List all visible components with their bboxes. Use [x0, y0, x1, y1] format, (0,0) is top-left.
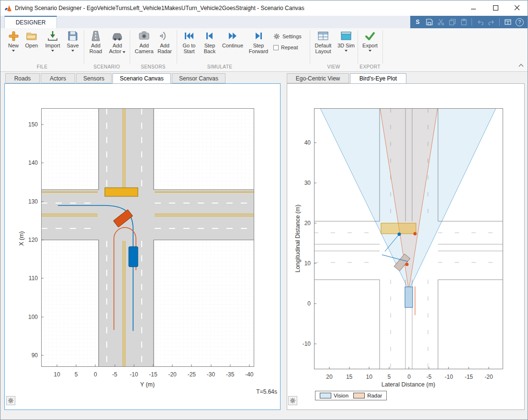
x-tick: -5 [420, 374, 438, 380]
scenario-plot[interactable] [41, 108, 254, 367]
add-actor-button[interactable]: Add Actor [107, 30, 128, 54]
cut-button[interactable] [437, 18, 444, 26]
maximize-button[interactable] [485, 0, 506, 15]
search-button[interactable]: S [414, 18, 421, 26]
tab-birds-eye-plot-label: Bird's-Eye Plot [359, 75, 397, 82]
add-radar-label: Add Radar [156, 43, 173, 54]
save-button[interactable]: Save [64, 30, 82, 52]
step-back-label: Step Back [202, 43, 218, 54]
vehicle2-straight[interactable] [105, 188, 138, 196]
save-icon [426, 19, 433, 25]
add-road-icon [90, 30, 101, 42]
toolbar-separator [84, 30, 84, 64]
add-road-label: Add Road [88, 43, 103, 54]
tab-roads[interactable]: Roads [5, 73, 40, 83]
tab-birds-eye-plot[interactable]: Bird's-Eye Plot [350, 73, 406, 84]
tab-roads-label: Roads [14, 75, 31, 82]
help-icon [516, 18, 524, 26]
import-button[interactable]: Import [43, 30, 63, 52]
import-dropdown-caret [51, 50, 54, 52]
add-actor-label: Add Actor [109, 43, 122, 54]
y-tick: 150 [28, 121, 38, 128]
vision-legend-label: Vision [334, 393, 348, 398]
undo-icon [477, 19, 483, 25]
paste-icon [461, 19, 467, 25]
default-layout-button[interactable]: Default Layout [312, 30, 335, 54]
copy-button[interactable] [449, 18, 456, 26]
redo-button[interactable] [488, 18, 495, 26]
x-tick: -10 [125, 371, 143, 378]
toolbar-separator [310, 30, 310, 64]
y-tick: 100 [28, 314, 38, 320]
tab-actors[interactable]: Actors [41, 73, 75, 83]
add-actor-dropdown-caret [123, 51, 125, 53]
new-button[interactable]: New [4, 30, 22, 52]
birds-eye-settings-button[interactable] [288, 396, 297, 405]
app-icon[interactable] [4, 4, 12, 12]
default-layout-icon [317, 30, 329, 42]
tab-sensors[interactable]: Sensors [76, 73, 112, 83]
continue-button[interactable]: Continue [220, 30, 246, 48]
x-tick: 5 [67, 371, 85, 378]
birds-eye-plot[interactable] [314, 108, 503, 369]
y-tick: 130 [28, 198, 38, 205]
section-label-file: FILE [0, 64, 84, 69]
y-tick: 140 [28, 159, 38, 166]
add-radar-button[interactable]: Add Radar [155, 30, 175, 54]
bep-xlabel: Lateral Distance (m) [382, 381, 436, 388]
scenario-xlabel: Y (m) [140, 381, 155, 388]
new-dropdown-caret [12, 50, 15, 52]
sim3d-dropdown-caret [345, 50, 348, 52]
step-back-button[interactable]: Step Back [201, 30, 219, 54]
x-tick: -25 [183, 371, 200, 378]
settings-button[interactable]: Settings [273, 33, 302, 40]
sim3d-button[interactable]: 3D Sim [336, 30, 357, 52]
close-button[interactable] [506, 0, 528, 15]
export-button[interactable]: Export [359, 30, 381, 52]
radar-detection-marker [414, 232, 417, 236]
toolbar-separator [130, 30, 130, 64]
x-tick: -10 [440, 374, 458, 380]
scenario-ylabel: X (m) [18, 231, 25, 246]
bep-x-axis: 20 15 10 5 0 -5 -10 -15 -20 [321, 374, 497, 380]
quick-access-separator [499, 18, 500, 26]
legend-item-vision: Vision [320, 393, 348, 398]
y-tick: 30 [304, 180, 311, 186]
open-label: Open [25, 43, 38, 48]
new-icon [8, 30, 19, 42]
x-tick: -40 [241, 371, 258, 378]
minimize-button[interactable] [463, 0, 484, 15]
add-road-button[interactable]: Add Road [87, 30, 105, 54]
x-tick: 5 [381, 374, 398, 380]
quick-access-separator [472, 18, 472, 26]
add-camera-button[interactable]: Add Camera [133, 30, 156, 54]
tab-actors-label: Actors [50, 75, 66, 82]
step-back-icon [204, 30, 215, 42]
quick-save-button[interactable] [426, 18, 433, 26]
tab-ego-centric-view[interactable]: Ego-Centric View [287, 73, 349, 83]
layout-button[interactable] [504, 18, 511, 26]
collapse-toolstrip-button[interactable] [517, 61, 525, 69]
repeat-checkbox-box [273, 45, 279, 50]
ego-vehicle[interactable] [129, 247, 138, 267]
step-forward-button[interactable]: Step Forward [247, 30, 270, 54]
save-icon [67, 30, 79, 42]
open-button[interactable]: Open [22, 30, 41, 48]
paste-button[interactable] [460, 18, 467, 26]
ego-vehicle-marker [405, 287, 413, 307]
open-icon [26, 30, 37, 42]
continue-icon [227, 30, 238, 42]
add-actor-car-icon [112, 30, 123, 42]
tab-scenario-canvas[interactable]: Scenario Canvas [112, 73, 171, 84]
tab-sensor-canvas[interactable]: Sensor Canvas [172, 73, 225, 83]
window-title: Driving Scenario Designer - EgoVehicleTu… [15, 5, 304, 11]
scenario-canvas-settings-button[interactable] [6, 396, 15, 405]
tab-designer[interactable]: DESIGNER [4, 16, 57, 28]
undo-button[interactable] [476, 18, 483, 26]
help-button[interactable] [516, 18, 524, 26]
x-tick: -30 [202, 371, 220, 378]
scenario-x-axis: 10 5 0 -5 -10 -15 -20 -25 -30 -35 -40 [48, 371, 258, 378]
repeat-checkbox[interactable]: Repeat [273, 45, 298, 50]
settings-label: Settings [282, 34, 302, 39]
go-to-start-button[interactable]: Go to Start [180, 30, 199, 54]
